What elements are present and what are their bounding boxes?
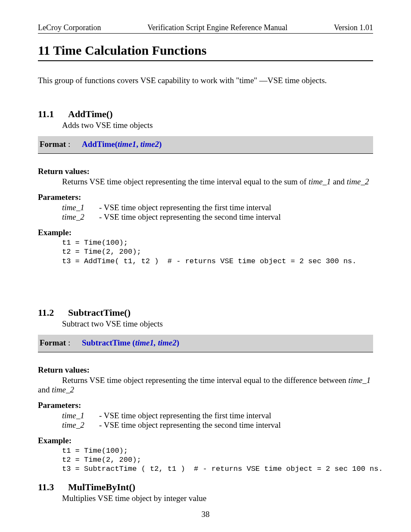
chapter-intro: This group of functions covers VSE capab… bbox=[38, 76, 373, 85]
section-name: MulTimeByInt() bbox=[68, 482, 135, 492]
format-bar: Format : AddTime(time1, time2) bbox=[38, 136, 373, 154]
header-left: LeCroy Corporation bbox=[38, 23, 101, 32]
chapter-rule bbox=[38, 60, 373, 61]
parameters-table: time_1 - VSE time object representing th… bbox=[62, 411, 283, 430]
section-number: 11.2 bbox=[38, 307, 68, 318]
format-bar: Format : SubtractTime (time1, time2) bbox=[38, 335, 373, 352]
page: LeCroy Corporation Verification Script E… bbox=[0, 0, 411, 532]
table-row: time_1 - VSE time object representing th… bbox=[62, 411, 283, 420]
parameters-heading: Parameters: bbox=[38, 193, 373, 202]
page-number: 38 bbox=[0, 510, 411, 519]
return-values-heading: Return values: bbox=[38, 365, 373, 375]
page-header: LeCroy Corporation Verification Script E… bbox=[38, 23, 373, 34]
table-row: time_2 - VSE time object representing th… bbox=[62, 420, 283, 430]
return-values-text: Returns VSE time object representing the… bbox=[38, 376, 373, 395]
example-heading: Example: bbox=[38, 228, 373, 237]
format-call: SubtractTime (time1, time2) bbox=[82, 338, 179, 347]
param-desc: - VSE time object representing the first… bbox=[99, 411, 283, 420]
header-right: Version 1.01 bbox=[334, 23, 373, 32]
section-desc: Multiplies VSE time object by integer va… bbox=[62, 494, 373, 503]
section-heading-subtracttime: 11.2SubtractTime() bbox=[38, 307, 373, 318]
section-heading-multimebyint: 11.3MulTimeByInt() bbox=[38, 482, 373, 493]
example-code: t1 = Time(100); t2 = Time(2, 200); t3 = … bbox=[62, 446, 373, 474]
format-label: Format bbox=[40, 338, 66, 347]
example-code: t1 = Time(100); t2 = Time(2, 200); t3 = … bbox=[62, 238, 373, 266]
parameters-heading: Parameters: bbox=[38, 401, 373, 410]
param-desc: - VSE time object representing the secon… bbox=[99, 212, 283, 222]
param-name: time_1 bbox=[62, 203, 99, 212]
section-desc: Subtract two VSE time objects bbox=[62, 319, 373, 329]
table-row: time_2 - VSE time object representing th… bbox=[62, 212, 283, 222]
parameters-table: time_1 - VSE time object representing th… bbox=[62, 203, 283, 222]
param-name: time_2 bbox=[62, 212, 99, 222]
return-values-heading: Return values: bbox=[38, 167, 373, 176]
section-number: 11.1 bbox=[38, 109, 68, 120]
return-values-text: Returns VSE time object representing the… bbox=[62, 177, 373, 187]
format-label: Format bbox=[40, 140, 66, 149]
param-desc: - VSE time object representing the first… bbox=[99, 203, 283, 212]
chapter-title: 11 Time Calculation Functions bbox=[38, 43, 373, 58]
spacer bbox=[38, 474, 373, 482]
param-name: time_2 bbox=[62, 420, 99, 430]
spacer bbox=[38, 266, 373, 307]
section-desc: Adds two VSE time objects bbox=[62, 121, 373, 130]
format-call: AddTime(time1, time2) bbox=[82, 140, 162, 149]
section-name: SubtractTime() bbox=[68, 307, 131, 318]
section-number: 11.3 bbox=[38, 482, 68, 493]
example-heading: Example: bbox=[38, 436, 373, 445]
section-name: AddTime() bbox=[68, 109, 113, 119]
table-row: time_1 - VSE time object representing th… bbox=[62, 203, 283, 212]
param-desc: - VSE time object representing the secon… bbox=[99, 420, 283, 430]
header-center: Verification Script Engine Reference Man… bbox=[147, 23, 287, 32]
param-name: time_1 bbox=[62, 411, 99, 420]
section-heading-addtime: 11.1AddTime() bbox=[38, 109, 373, 120]
